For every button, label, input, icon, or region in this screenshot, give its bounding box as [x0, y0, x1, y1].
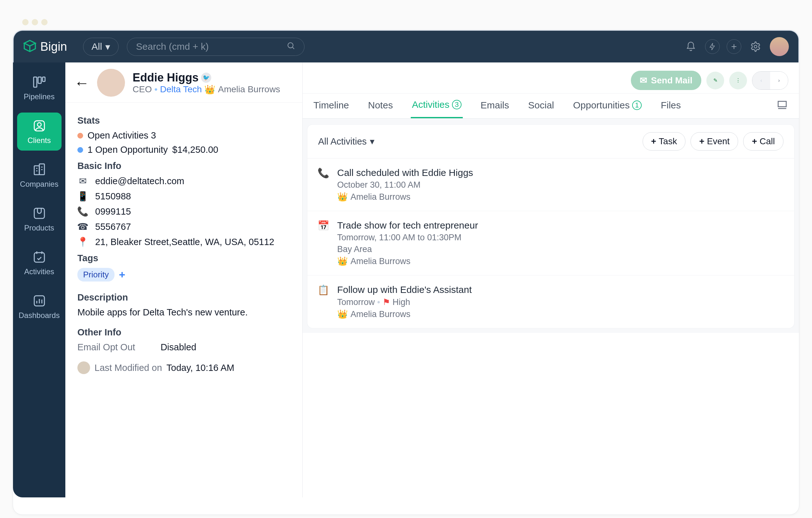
svg-rect-3	[38, 77, 41, 83]
activity-item[interactable]: 📅 Trade show for tech entrepreneur Tomor…	[307, 211, 794, 275]
pin-icon: 📍	[78, 237, 88, 247]
phone-icon: ☎	[78, 221, 88, 232]
description-heading: Description	[78, 292, 290, 303]
search-placeholder: Search (cmd + k)	[136, 41, 209, 52]
sidebar-item-activities[interactable]: Activities	[17, 244, 61, 282]
bolt-icon[interactable]	[705, 39, 720, 54]
activity-priority: High	[393, 297, 410, 307]
search-icon	[286, 41, 295, 52]
sidebar-item-clients[interactable]: Clients	[17, 113, 61, 151]
sidebar-item-pipelines[interactable]: Pipelines	[17, 69, 61, 107]
description-text: Mobile apps for Delta Tech's new venture…	[78, 307, 290, 318]
activity-title: Call scheduled with Eddie Higgs	[337, 167, 473, 178]
activity-when: Tomorrow	[337, 297, 375, 307]
tab-opportunities[interactable]: Opportunities1	[572, 94, 643, 118]
scope-filter[interactable]: All ▾	[83, 38, 119, 56]
tab-timeline[interactable]: Timeline	[312, 94, 350, 118]
lastmod-label: Last Modified on	[94, 363, 162, 373]
other-info-heading: Other Info	[78, 327, 290, 338]
activity-where: Bay Area	[337, 244, 478, 254]
tab-social[interactable]: Social	[527, 94, 555, 118]
mobile-icon: 📱	[78, 191, 88, 202]
modifier-avatar	[78, 361, 90, 374]
activities-count-badge: 3	[452, 100, 462, 110]
contact-avatar	[97, 69, 125, 97]
sidebar-item-dashboards[interactable]: Dashboards	[17, 287, 61, 326]
activity-when: Tomorrow, 11:00 AM to 01:30PM	[337, 233, 478, 243]
edit-button[interactable]: ✎	[706, 72, 724, 89]
svg-rect-10	[34, 253, 45, 262]
sidebar-label: Products	[24, 223, 54, 232]
twitter-icon[interactable]: 🐦	[201, 72, 211, 83]
add-event-button[interactable]: +Event	[691, 132, 738, 151]
sidebar-item-companies[interactable]: Companies	[17, 156, 61, 194]
bell-icon[interactable]	[684, 39, 698, 54]
stat-open-opportunity[interactable]: 1 Open Opportunity$14,250.00	[78, 145, 290, 155]
back-button[interactable]: ←	[74, 74, 89, 92]
sidebar-label: Clients	[28, 136, 51, 145]
add-icon[interactable]	[727, 39, 741, 54]
sidebar-label: Activities	[24, 267, 54, 276]
activity-title: Trade show for tech entrepreneur	[337, 220, 478, 231]
tab-emails[interactable]: Emails	[479, 94, 510, 118]
add-task-button[interactable]: +Task	[643, 132, 686, 151]
tab-activities[interactable]: Activities3	[411, 93, 463, 118]
email-row[interactable]: ✉eddie@deltatech.com	[78, 176, 290, 186]
add-call-button[interactable]: +Call	[743, 132, 783, 151]
sidebar-label: Pipelines	[24, 92, 55, 101]
calendar-icon: 📅	[317, 220, 329, 266]
svg-rect-4	[42, 77, 45, 82]
activity-owner: Amelia Burrows	[350, 309, 410, 319]
svg-point-6	[37, 123, 41, 126]
stats-heading: Stats	[78, 115, 290, 126]
tab-notes[interactable]: Notes	[367, 94, 394, 118]
svg-point-0	[288, 42, 293, 48]
caret-down-icon: ▾	[370, 136, 375, 147]
prev-button[interactable]: ‹	[752, 72, 770, 89]
sidebar-item-products[interactable]: Products	[17, 200, 61, 238]
contact-owner: Amelia Burrows	[218, 84, 280, 94]
contact-name: Eddie Higgs	[133, 71, 199, 84]
stat-open-activities[interactable]: Open Activities 3	[78, 130, 290, 141]
phone2-row[interactable]: ☎5556767	[78, 221, 290, 232]
activity-item[interactable]: 📞 Call scheduled with Eddie Higgs Octobe…	[307, 158, 794, 211]
activity-title: Follow up with Eddie's Assistant	[337, 284, 472, 295]
sidebar: Pipelines Clients Companies Products Act…	[13, 62, 65, 497]
mail-icon: ✉	[640, 75, 647, 86]
phone1-row[interactable]: 📞0999115	[78, 206, 290, 217]
scope-filter-label: All	[92, 41, 102, 52]
task-icon: 📋	[317, 284, 329, 319]
basic-info-heading: Basic Info	[78, 161, 290, 171]
activities-filter[interactable]: All Activities▾	[318, 136, 375, 147]
layout-toggle-icon[interactable]	[777, 99, 789, 113]
tab-files[interactable]: Files	[660, 94, 682, 118]
add-tag-button[interactable]: +	[119, 269, 125, 281]
caret-down-icon: ▾	[105, 41, 110, 52]
company-link[interactable]: Delta Tech	[160, 84, 202, 94]
crown-icon: 👑	[337, 192, 348, 202]
tag-priority[interactable]: Priority	[78, 268, 115, 281]
activity-owner: Amelia Burrows	[350, 256, 410, 266]
address-row[interactable]: 📍21, Bleaker Street,Seattle, WA, USA, 05…	[78, 237, 290, 247]
activity-owner: Amelia Burrows	[350, 192, 410, 202]
optout-label: Email Opt Out	[78, 342, 135, 353]
next-button[interactable]: ›	[770, 72, 788, 89]
bigin-logo-icon	[23, 39, 36, 54]
gear-icon[interactable]	[748, 39, 763, 54]
svg-point-1	[754, 45, 757, 48]
lastmod-value: Today, 10:16 AM	[167, 363, 234, 373]
send-mail-button[interactable]: ✉ Send Mail	[631, 71, 701, 90]
mobile-row[interactable]: 📱5150988	[78, 191, 290, 202]
contact-title: CEO	[133, 84, 152, 94]
tags-heading: Tags	[78, 253, 290, 264]
activity-item[interactable]: 📋 Follow up with Eddie's Assistant Tomor…	[307, 275, 794, 328]
mail-icon: ✉	[78, 176, 88, 186]
more-button[interactable]: ⋮	[729, 72, 747, 89]
svg-rect-2	[34, 77, 37, 87]
opportunities-count-badge: 1	[632, 100, 642, 110]
user-avatar[interactable]	[770, 37, 789, 56]
app-name: Bigin	[40, 40, 67, 54]
search-input[interactable]: Search (cmd + k)	[127, 38, 304, 56]
sidebar-label: Dashboards	[19, 311, 60, 320]
flag-icon: ⚑	[382, 297, 390, 307]
